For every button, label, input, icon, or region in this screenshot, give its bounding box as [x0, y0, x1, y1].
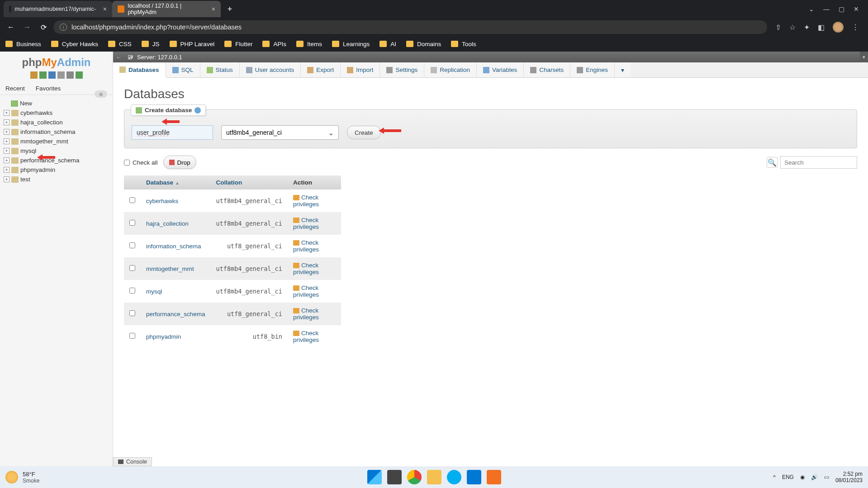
tray-chevron-icon[interactable]: ^: [773, 474, 776, 480]
phpmyadmin-logo[interactable]: phpMyAdmin: [0, 52, 113, 71]
bookmark-js[interactable]: JS: [142, 41, 160, 47]
search-input[interactable]: [780, 156, 857, 169]
maximize-icon[interactable]: ▢: [839, 5, 844, 13]
reload-button[interactable]: ⟳: [37, 21, 50, 33]
back-button[interactable]: ←: [5, 21, 17, 33]
tab-user-accounts[interactable]: User accounts: [240, 62, 301, 77]
tab-settings[interactable]: Settings: [380, 62, 424, 77]
gear-icon[interactable]: [66, 71, 74, 79]
search-icon[interactable]: 🔍: [767, 157, 778, 168]
settings-icon[interactable]: [57, 71, 65, 79]
file-explorer-icon[interactable]: [427, 470, 441, 484]
database-link[interactable]: cyberhawks: [146, 198, 178, 204]
bookmark-business[interactable]: Business: [5, 41, 41, 47]
database-link[interactable]: mmtogether_mmt: [146, 265, 194, 272]
tree-item[interactable]: +test: [3, 175, 110, 184]
docs-icon[interactable]: [48, 71, 56, 79]
tab-replication[interactable]: Replication: [424, 62, 477, 77]
check-all[interactable]: Check all: [124, 159, 158, 166]
console-toggle[interactable]: Console: [113, 457, 152, 466]
language-indicator[interactable]: ENG: [782, 474, 794, 480]
server-label[interactable]: Server: 127.0.0.1: [137, 54, 182, 61]
nav-back-icon[interactable]: ←: [116, 54, 124, 61]
database-link[interactable]: mysql: [146, 288, 162, 295]
side-panel-icon[interactable]: ◧: [818, 23, 825, 32]
logout-icon[interactable]: [39, 71, 47, 79]
bookmark-domains[interactable]: Domains: [406, 41, 441, 47]
tab-sql[interactable]: SQL: [166, 62, 200, 77]
close-window-icon[interactable]: ✕: [854, 5, 859, 13]
tree-item[interactable]: +phpmyadmin: [3, 165, 110, 175]
weather-icon[interactable]: [5, 471, 18, 483]
xampp-icon[interactable]: [487, 470, 501, 484]
share-icon[interactable]: ⇧: [775, 23, 781, 32]
bookmark-apis[interactable]: APIs: [262, 41, 286, 47]
tree-item[interactable]: +cyberhawks: [3, 108, 110, 118]
collation-select[interactable]: utf8mb4_general_ci: [221, 125, 339, 140]
tree-item[interactable]: +mmtogether_mmt: [3, 137, 110, 146]
url-field[interactable]: i localhost/phpmyadmin/index.php?route=/…: [53, 20, 767, 34]
tab-charsets[interactable]: Charsets: [524, 62, 570, 77]
wifi-icon[interactable]: ◉: [800, 474, 805, 480]
bookmark-cyberhawks[interactable]: Cyber Hawks: [51, 41, 98, 47]
home-icon[interactable]: [30, 71, 38, 79]
clock[interactable]: 2:52 pm 08/01/2023: [835, 471, 863, 483]
weather-widget[interactable]: 58°F Smoke: [23, 471, 39, 484]
skype-icon[interactable]: [447, 470, 461, 484]
tree-item[interactable]: +mysql: [3, 146, 110, 156]
row-checkbox[interactable]: [129, 333, 135, 339]
row-checkbox[interactable]: [129, 197, 135, 203]
database-link[interactable]: hajra_collection: [146, 220, 189, 227]
row-checkbox[interactable]: [129, 265, 135, 271]
expand-icon[interactable]: +: [4, 167, 9, 173]
nav-collapse-handle[interactable]: ⊖: [95, 90, 107, 98]
expand-icon[interactable]: +: [4, 157, 9, 163]
bookmark-flutter[interactable]: Flutter: [224, 41, 252, 47]
drop-button[interactable]: Drop: [163, 156, 196, 169]
row-checkbox[interactable]: [129, 288, 135, 294]
expand-icon[interactable]: +: [4, 110, 9, 116]
row-checkbox[interactable]: [129, 310, 135, 316]
tree-item[interactable]: +hajra_collection: [3, 118, 110, 127]
site-info-icon[interactable]: i: [60, 24, 67, 31]
tab-import[interactable]: Import: [341, 62, 380, 77]
tab-status[interactable]: Status: [200, 62, 240, 77]
menu-icon[interactable]: ⋮: [852, 23, 859, 32]
check-all-checkbox[interactable]: [124, 160, 130, 166]
browser-tab-github[interactable]: muhammadmubeen17/dynamic- ×: [4, 1, 112, 17]
database-link[interactable]: phpmyadmin: [146, 333, 181, 340]
close-icon[interactable]: ×: [212, 5, 215, 13]
database-name-input[interactable]: [132, 125, 213, 140]
profile-avatar[interactable]: [833, 22, 844, 33]
tree-new[interactable]: New: [3, 99, 110, 108]
expand-icon[interactable]: +: [4, 148, 9, 154]
start-button[interactable]: [367, 470, 382, 484]
col-database[interactable]: Database▲: [141, 175, 211, 190]
new-tab-button[interactable]: +: [223, 3, 236, 15]
bookmark-tools[interactable]: Tools: [451, 41, 476, 47]
reload-nav-icon[interactable]: [76, 71, 83, 79]
vscode-icon[interactable]: [467, 470, 481, 484]
chevron-down-icon[interactable]: ⌄: [809, 5, 814, 13]
minimize-icon[interactable]: —: [823, 5, 830, 13]
battery-icon[interactable]: ▭: [824, 474, 829, 480]
expand-icon[interactable]: +: [4, 138, 9, 144]
bookmark-learnings[interactable]: Learnings: [332, 41, 370, 47]
bookmark-php-laravel[interactable]: PHP Laravel: [170, 41, 215, 47]
browser-tab-phpmyadmin[interactable]: localhost / 127.0.0.1 | phpMyAdm ×: [112, 1, 221, 17]
tab-databases[interactable]: Databases: [113, 62, 166, 78]
create-button[interactable]: Create: [347, 126, 381, 139]
row-checkbox[interactable]: [129, 220, 135, 226]
expand-icon[interactable]: +: [4, 129, 9, 135]
help-icon[interactable]: [194, 107, 201, 114]
tree-item[interactable]: +information_schema: [3, 127, 110, 137]
tab-engines[interactable]: Engines: [570, 62, 615, 77]
database-link[interactable]: performance_schema: [146, 311, 205, 317]
tab-export[interactable]: Export: [301, 62, 341, 77]
forward-button[interactable]: →: [21, 21, 33, 33]
bookmark-ai[interactable]: AI: [379, 41, 396, 47]
bookmark-items[interactable]: Items: [296, 41, 322, 47]
nav-tab-recent[interactable]: Recent: [0, 82, 30, 95]
tab-variables[interactable]: Variables: [477, 62, 524, 77]
tab-more[interactable]: ▾: [615, 62, 631, 77]
